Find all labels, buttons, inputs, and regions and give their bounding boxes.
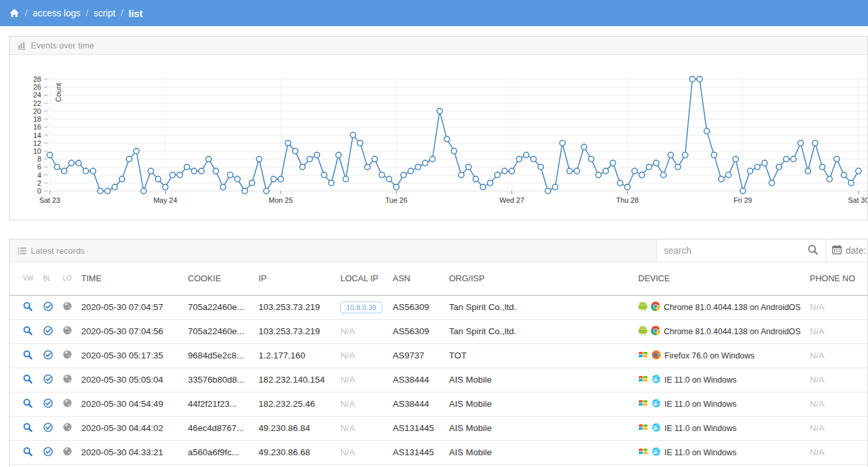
check-status-button[interactable]: [43, 398, 53, 408]
search-input[interactable]: [664, 245, 807, 256]
cell-cookie: a560a6f9fc...: [188, 440, 259, 464]
cell-device: Chrome 81.0.4044.138 on AndroidOS: [638, 295, 810, 319]
check-status-button[interactable]: [43, 302, 53, 311]
svg-text:28: 28: [33, 75, 41, 83]
svg-text:4: 4: [37, 171, 41, 179]
chrome-browser-icon: [651, 302, 660, 313]
geo-location-button[interactable]: [63, 374, 72, 383]
records-panel-header: Latest records date:: [10, 239, 867, 262]
cell-check: [43, 416, 63, 440]
cell-local-ip: N/A: [340, 440, 393, 464]
cell-cookie: 705a22460e...: [188, 319, 259, 343]
geo-location-button[interactable]: [63, 447, 72, 456]
geo-location-button[interactable]: [63, 326, 72, 335]
svg-text:12: 12: [33, 139, 41, 147]
view-record-button[interactable]: [23, 447, 33, 457]
cell-time: 2020-05-30 04:44:02: [81, 416, 188, 440]
svg-text:0: 0: [37, 187, 41, 195]
phone-no-value: N/A: [810, 447, 825, 457]
column-header-bl: BL: [43, 262, 63, 295]
android-os-icon: [638, 301, 647, 313]
column-header-vw: VW: [10, 262, 43, 295]
home-icon[interactable]: [9, 8, 20, 18]
cell-org-isp: Tan Spirit Co.,ltd.: [449, 319, 638, 343]
cell-time: 2020-05-30 04:33:21: [81, 440, 188, 464]
events-panel-header: Events over time: [10, 37, 867, 55]
svg-text:Thu 28: Thu 28: [616, 196, 638, 204]
local-ip-na: N/A: [340, 326, 355, 336]
view-record-button[interactable]: [23, 423, 33, 432]
cell-check: [43, 440, 63, 464]
search-box: [657, 239, 825, 262]
ie-browser-icon: e: [651, 423, 661, 434]
device-label: Chrome 81.0.4044.138 on AndroidOS: [664, 327, 801, 336]
check-status-button[interactable]: [43, 350, 53, 360]
android-os-icon: [638, 325, 647, 337]
cell-check: [43, 319, 63, 343]
cell-location: [63, 416, 81, 440]
check-status-button[interactable]: [43, 447, 53, 457]
cell-local-ip: N/A: [340, 319, 393, 343]
local-ip-na: N/A: [340, 375, 355, 385]
cell-asn: AS56309: [393, 295, 449, 319]
view-record-button[interactable]: [23, 398, 33, 408]
check-status-button[interactable]: [43, 326, 53, 336]
cell-view: [10, 343, 43, 368]
check-status-button[interactable]: [43, 374, 53, 384]
windows-os-icon: [638, 398, 648, 409]
column-header-device: DEVICE: [638, 262, 810, 295]
ie-browser-icon: e: [651, 374, 661, 386]
windows-os-icon: [638, 350, 648, 361]
column-header-lo: LO: [63, 262, 81, 295]
cell-ip: 103.253.73.219: [259, 319, 340, 343]
svg-text:26: 26: [33, 83, 41, 91]
cell-local-ip: N/A: [340, 343, 393, 368]
date-filter[interactable]: date:: [825, 239, 867, 262]
firefox-browser-icon: [651, 350, 661, 362]
geo-location-button[interactable]: [63, 398, 72, 407]
svg-text:18: 18: [33, 115, 41, 123]
cell-location: [63, 392, 81, 416]
view-record-button[interactable]: [23, 374, 33, 384]
cell-time: 2020-05-30 05:17:35: [81, 343, 188, 368]
cell-org-isp: AIS Mobile: [449, 368, 638, 392]
breadcrumb-link-script[interactable]: script: [94, 8, 115, 18]
geo-location-button[interactable]: [63, 423, 72, 432]
cell-phone-no: N/A: [810, 295, 867, 319]
cell-org-isp: AIS Mobile: [449, 416, 638, 440]
ie-browser-icon: e: [651, 447, 661, 458]
cell-ip: 103.253.73.219: [259, 295, 340, 319]
view-record-button[interactable]: [23, 326, 33, 336]
records-table: VWBLLOTIMECOOKIEIPLOCAL IPASNORG/ISPDEVI…: [10, 262, 867, 465]
svg-text:Sat 23: Sat 23: [39, 196, 60, 204]
cell-local-ip: 10.8.0.38: [340, 295, 393, 319]
records-panel-title-area: Latest records: [10, 239, 657, 262]
phone-no-value: N/A: [810, 326, 825, 336]
breadcrumb-link-access-logs[interactable]: access logs: [33, 8, 81, 18]
svg-text:Fri 29: Fri 29: [734, 196, 752, 204]
view-record-button[interactable]: [23, 350, 33, 360]
breadcrumb-separator: /: [120, 8, 123, 18]
phone-no-value: N/A: [810, 399, 825, 409]
search-icon[interactable]: [807, 244, 819, 258]
local-ip-na: N/A: [340, 423, 355, 433]
breadcrumb: / access logs / script / list: [0, 0, 868, 26]
windows-os-icon: [638, 374, 648, 385]
cell-ip: 49.230.86.68: [259, 440, 340, 464]
events-over-time-panel: Events over time 02468101214161820222426…: [9, 36, 868, 220]
geo-location-button[interactable]: [63, 302, 72, 311]
geo-location-button[interactable]: [63, 350, 72, 359]
breadcrumb-current-page: list: [128, 8, 143, 19]
cell-time: 2020-05-30 07:04:56: [81, 319, 188, 343]
cell-cookie: 705a22460e...: [188, 295, 259, 319]
check-status-button[interactable]: [43, 423, 53, 432]
cell-view: [10, 440, 43, 464]
cell-org-isp: TOT: [449, 343, 638, 368]
table-header-row: VWBLLOTIMECOOKIEIPLOCAL IPASNORG/ISPDEVI…: [10, 262, 867, 295]
table-row: 2020-05-30 04:44:0246ec4d8767...49.230.8…: [10, 416, 867, 440]
cell-org-isp: AIS Mobile: [449, 392, 638, 416]
column-header-cookie: COOKIE: [188, 262, 259, 295]
cell-local-ip: N/A: [340, 368, 393, 392]
view-record-button[interactable]: [23, 302, 33, 311]
device-label: IE 11.0 on Windows: [664, 448, 736, 457]
